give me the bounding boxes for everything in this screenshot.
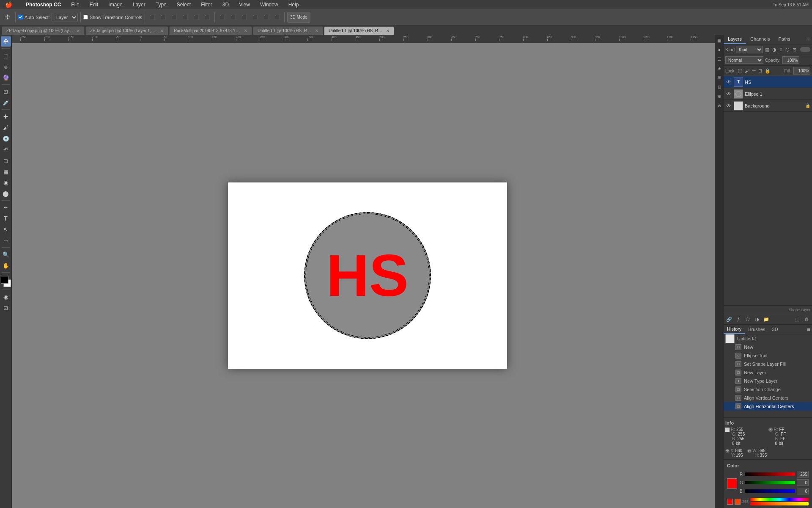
layer-hs-name[interactable]: HS xyxy=(745,80,810,85)
history-new-type[interactable]: T New Type Layer xyxy=(724,377,812,385)
quick-mask-btn[interactable]: ◉ xyxy=(1,292,11,302)
blend-mode-select[interactable]: Normal xyxy=(725,56,763,64)
add-style-btn[interactable]: ƒ xyxy=(735,315,742,323)
menu-select[interactable]: Select xyxy=(175,1,192,8)
tab-close-3[interactable]: ✕ xyxy=(244,29,247,33)
lock-all-icon[interactable]: 🔒 xyxy=(765,68,771,74)
fg-color-swatch[interactable] xyxy=(1,276,8,284)
history-snapshot[interactable]: Untitled-1 xyxy=(724,334,812,343)
menu-window[interactable]: Window xyxy=(258,1,280,8)
filter-toggle[interactable] xyxy=(800,47,810,52)
add-mask-btn[interactable]: ⬡ xyxy=(744,315,752,323)
lock-image-icon[interactable]: 🖌 xyxy=(745,68,749,73)
history-ellipse-tool[interactable]: ○ Ellipse Tool xyxy=(724,351,812,360)
blur-btn[interactable]: ◉ xyxy=(1,177,11,188)
menu-file[interactable]: File xyxy=(69,1,81,8)
distribute-right[interactable]: ⬛ xyxy=(239,13,249,22)
layers-panel-menu[interactable]: ≡ xyxy=(805,35,812,44)
filter-shape-icon[interactable]: ⬡ xyxy=(785,47,790,52)
healing-brush-btn[interactable]: ✚ xyxy=(1,111,11,121)
menu-help[interactable]: Help xyxy=(287,1,301,8)
color-b-slider[interactable] xyxy=(745,489,795,493)
distribute-centers-v[interactable]: ⬛ xyxy=(228,13,238,22)
link-layers-btn[interactable]: 🔗 xyxy=(725,315,733,323)
distribute-bottom[interactable]: ⬛ xyxy=(272,13,282,22)
tab-close-4[interactable]: ✕ xyxy=(315,29,318,33)
color-r-input[interactable] xyxy=(797,471,809,478)
menu-view[interactable]: View xyxy=(237,1,252,8)
history-selection[interactable]: □ Selection Change xyxy=(724,385,812,394)
history-align-h[interactable]: □ Align Horizontal Centers xyxy=(724,402,812,411)
side-icon-2[interactable]: ● xyxy=(716,46,723,53)
menu-photoshop[interactable]: Photoshop CC xyxy=(24,1,63,8)
layer-hs[interactable]: 👁 T HS xyxy=(724,76,812,88)
tab-2[interactable]: ZP-target.psd @ 100% (Layer 1, Layer Mas… xyxy=(85,26,168,35)
fg-color-large[interactable] xyxy=(727,478,737,489)
lasso-tool-btn[interactable]: ⌾ xyxy=(1,61,11,72)
type-tool-btn[interactable]: T xyxy=(1,213,11,224)
tab-close-2[interactable]: ✕ xyxy=(160,29,164,33)
menu-image[interactable]: Image xyxy=(107,1,124,8)
layer-bg-visibility[interactable]: 👁 xyxy=(725,102,732,109)
history-brush-btn[interactable]: ↶ xyxy=(1,144,11,155)
3d-mode-icon[interactable]: 3D Mode xyxy=(287,12,310,23)
layer-background[interactable]: 👁 Background 🔒 xyxy=(724,100,812,112)
color-g-input[interactable] xyxy=(797,479,809,486)
filter-kind-select[interactable]: Kind xyxy=(736,46,763,53)
new-layer-btn[interactable]: ⬚ xyxy=(793,315,801,323)
side-icon-3[interactable]: ☰ xyxy=(716,55,723,63)
history-panel-menu[interactable]: ≡ xyxy=(805,326,812,333)
side-icon-4[interactable]: ◈ xyxy=(716,64,723,72)
pen-tool-btn[interactable]: ✒ xyxy=(1,202,11,213)
side-icon-1[interactable]: ▦ xyxy=(716,36,723,44)
color-warning-icon[interactable] xyxy=(727,499,733,505)
quick-select-btn[interactable]: 🔮 xyxy=(1,72,11,83)
filter-pixel-icon[interactable]: ▧ xyxy=(764,47,770,52)
new-group-btn[interactable]: 📁 xyxy=(763,315,770,323)
layer-select[interactable]: Layer xyxy=(52,13,78,22)
screen-mode-btn[interactable]: ⊡ xyxy=(1,303,11,313)
tab-3[interactable]: RackMultipart20190913-87973-1es8cjb-ZP-t… xyxy=(169,26,252,35)
filter-type-icon[interactable]: T xyxy=(779,47,783,52)
dodge-btn[interactable]: ⬤ xyxy=(1,188,11,199)
color-r-slider[interactable] xyxy=(745,472,795,476)
transform-controls-check[interactable]: Show Transform Controls xyxy=(83,15,142,20)
opacity-input[interactable] xyxy=(782,56,799,64)
align-left-edges[interactable]: ⬛ xyxy=(148,13,157,22)
side-icon-7[interactable]: ⊕ xyxy=(716,92,723,100)
lock-transparent-icon[interactable]: ⬚ xyxy=(738,68,742,74)
side-icon-8[interactable]: ⊗ xyxy=(716,102,723,109)
tab-close-1[interactable]: ✕ xyxy=(77,29,80,33)
tab-3d[interactable]: 3D xyxy=(769,325,782,334)
brush-tool-btn[interactable]: 🖌 xyxy=(1,122,11,133)
path-select-btn[interactable]: ↖ xyxy=(1,224,11,235)
tab-4[interactable]: Untitled-1 @ 100% (HS, RGB/8) ✕ xyxy=(253,26,323,35)
history-new[interactable]: □ New xyxy=(724,343,812,351)
menu-filter[interactable]: Filter xyxy=(199,1,214,8)
marquee-tool-btn[interactable]: ⬚ xyxy=(1,50,11,61)
distribute-left[interactable]: ⬛ xyxy=(217,13,227,22)
history-align-v[interactable]: □ Align Vertical Centers xyxy=(724,394,812,402)
tab-5[interactable]: Untitled-1 @ 100% (HS, RGB/8) ✕ xyxy=(324,26,394,35)
side-icon-5[interactable]: ⊞ xyxy=(716,74,723,81)
tab-brushes[interactable]: Brushes xyxy=(745,325,768,334)
crop-tool-btn[interactable]: ⊡ xyxy=(1,86,11,97)
menu-type[interactable]: Type xyxy=(154,1,168,8)
delete-layer-btn[interactable]: 🗑 xyxy=(803,315,810,323)
fill-input[interactable] xyxy=(793,67,810,75)
layer-bg-name[interactable]: Background xyxy=(745,103,804,108)
tab-channels[interactable]: Channels xyxy=(746,35,774,44)
distribute-centers-h[interactable]: ⬛ xyxy=(261,13,271,22)
menu-edit[interactable]: Edit xyxy=(88,1,100,8)
menu-3d[interactable]: 3D xyxy=(221,1,230,8)
distribute-top[interactable]: ⬛ xyxy=(250,13,260,22)
layer-ellipse1-visibility[interactable]: 👁 xyxy=(725,91,732,97)
auto-select-check[interactable]: Auto-Select: xyxy=(18,15,50,20)
align-top-edges[interactable]: ⬛ xyxy=(181,13,190,22)
lock-position-icon[interactable]: ✛ xyxy=(752,68,756,74)
color-b-input[interactable] xyxy=(797,488,809,494)
align-centers-h[interactable]: ⬛ xyxy=(192,13,201,22)
filter-adjust-icon[interactable]: ◑ xyxy=(771,47,777,52)
color-g-slider[interactable] xyxy=(745,481,795,484)
new-fill-btn[interactable]: ◑ xyxy=(753,315,761,323)
